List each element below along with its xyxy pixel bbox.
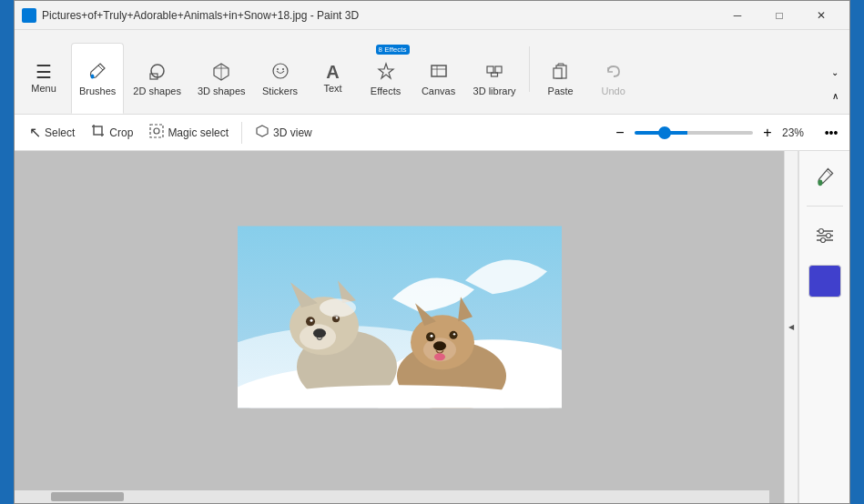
- tab-2d-shapes-label: 2D shapes: [133, 86, 181, 96]
- panel-toggle-arrow: ◀: [788, 323, 794, 331]
- tab-undo-label: Undo: [601, 86, 625, 96]
- minimize-button[interactable]: ─: [717, 1, 758, 30]
- sliders-icon: [814, 225, 836, 247]
- zoom-out-button[interactable]: −: [611, 124, 629, 142]
- tab-menu-label: Menu: [31, 83, 56, 94]
- svg-point-40: [320, 298, 356, 317]
- magic-select-label: Magic select: [168, 126, 229, 139]
- zoom-percentage: 23%: [782, 126, 815, 139]
- panel-divider-1: [807, 206, 843, 207]
- tab-text[interactable]: A Text: [308, 43, 359, 114]
- scrollbar-thumb: [51, 492, 124, 501]
- brushes-icon: [87, 61, 107, 84]
- tab-paste[interactable]: Paste: [535, 43, 586, 114]
- svg-rect-6: [432, 66, 446, 76]
- tab-3d-shapes[interactable]: 3D shapes: [190, 43, 253, 114]
- tab-paste-label: Paste: [548, 86, 574, 96]
- svg-point-13: [154, 128, 159, 134]
- svg-point-36: [430, 334, 432, 337]
- sliders-button[interactable]: [807, 217, 843, 254]
- tab-3d-shapes-label: 3D shapes: [198, 86, 246, 96]
- svg-point-39: [434, 353, 445, 360]
- brush-tool-icon: [814, 166, 836, 187]
- tab-stickers[interactable]: Stickers: [255, 43, 306, 114]
- tab-brushes[interactable]: Brushes: [71, 43, 124, 114]
- zoom-area: − + 23% •••: [611, 122, 842, 144]
- menu-icon: ☰: [36, 63, 52, 81]
- svg-point-4: [277, 68, 279, 70]
- svg-point-46: [818, 229, 823, 234]
- ribbon-collapse-button[interactable]: ∧: [824, 85, 846, 106]
- undo-icon: [604, 61, 624, 84]
- crop-button[interactable]: Crop: [84, 119, 140, 146]
- ribbon-expand-button[interactable]: ⌄: [824, 61, 846, 83]
- toolbar-divider: [241, 122, 242, 144]
- image-container: [238, 226, 562, 410]
- svg-point-5: [282, 68, 284, 70]
- tab-effects[interactable]: Effects 8 Effects: [361, 43, 412, 114]
- effects-icon: [376, 61, 396, 84]
- ribbon-divider: [529, 46, 530, 92]
- right-panel: [798, 151, 849, 503]
- panel-toggle-button[interactable]: ◀: [784, 151, 798, 503]
- text-icon: A: [326, 63, 339, 81]
- svg-point-0: [91, 74, 95, 78]
- window-controls: ─ □ ✕: [717, 1, 842, 30]
- magic-select-icon: [149, 124, 164, 141]
- crop-label: Crop: [109, 126, 133, 139]
- svg-rect-7: [487, 66, 493, 73]
- window-title: Pictures+of+Truly+Adorable+Animals+in+Sn…: [42, 9, 717, 22]
- ribbon-tab-list: ☰ Menu Brushes: [15, 30, 849, 114]
- svg-point-48: [820, 238, 825, 243]
- svg-point-27: [313, 328, 326, 338]
- tab-undo[interactable]: Undo: [588, 43, 639, 114]
- select-button[interactable]: ↖ Select: [22, 119, 82, 146]
- maximize-button[interactable]: □: [758, 1, 800, 30]
- svg-point-35: [449, 330, 457, 338]
- tab-brushes-label: Brushes: [79, 86, 116, 96]
- 3d-view-button[interactable]: 3D view: [248, 119, 320, 146]
- title-bar: Pictures+of+Truly+Adorable+Animals+in+Sn…: [15, 1, 849, 30]
- svg-point-37: [452, 333, 454, 335]
- app-icon: [22, 8, 36, 23]
- tab-text-label: Text: [323, 83, 341, 94]
- zoom-in-button[interactable]: +: [758, 124, 777, 142]
- paste-icon: [551, 61, 571, 84]
- svg-rect-9: [492, 73, 498, 76]
- svg-rect-8: [495, 66, 502, 73]
- brush-tool-button[interactable]: [807, 158, 843, 195]
- 3d-library-icon: [484, 61, 504, 84]
- tab-menu[interactable]: ☰ Menu: [18, 43, 69, 114]
- 3d-shapes-icon: [211, 61, 231, 84]
- horizontal-scrollbar[interactable]: [15, 490, 769, 503]
- 3d-view-icon: [255, 124, 269, 141]
- svg-rect-11: [554, 68, 562, 78]
- toolbar: ↖ Select Crop Magic select: [15, 115, 849, 151]
- tab-3d-library[interactable]: 3D library: [466, 43, 523, 114]
- svg-point-25: [310, 318, 312, 321]
- close-button[interactable]: ✕: [800, 1, 842, 30]
- zoom-slider[interactable]: [635, 131, 753, 135]
- tab-effects-label: Effects: [371, 86, 401, 96]
- canvas-area[interactable]: [15, 151, 784, 503]
- stickers-icon: [270, 61, 290, 84]
- select-icon: ↖: [29, 124, 41, 141]
- tab-canvas[interactable]: Canvas: [413, 43, 464, 114]
- svg-point-42: [818, 179, 822, 186]
- tab-2d-shapes[interactable]: 2D shapes: [126, 43, 188, 114]
- tab-canvas-label: Canvas: [422, 86, 455, 96]
- svg-rect-12: [150, 125, 163, 137]
- color-swatch[interactable]: [808, 265, 841, 297]
- svg-point-38: [433, 341, 446, 350]
- 3d-view-label: 3D view: [273, 126, 312, 139]
- canvas-icon: [429, 61, 449, 84]
- tab-3d-library-label: 3D library: [473, 86, 516, 96]
- main-area: ◀: [15, 151, 849, 503]
- image-display: [238, 226, 562, 408]
- svg-point-47: [826, 234, 830, 238]
- effects-badge: 8 Effects: [376, 45, 410, 55]
- magic-select-button[interactable]: Magic select: [142, 119, 236, 146]
- more-options-button[interactable]: •••: [820, 122, 842, 144]
- main-window: Pictures+of+Truly+Adorable+Animals+in+Sn…: [14, 0, 850, 504]
- tab-stickers-label: Stickers: [262, 86, 298, 96]
